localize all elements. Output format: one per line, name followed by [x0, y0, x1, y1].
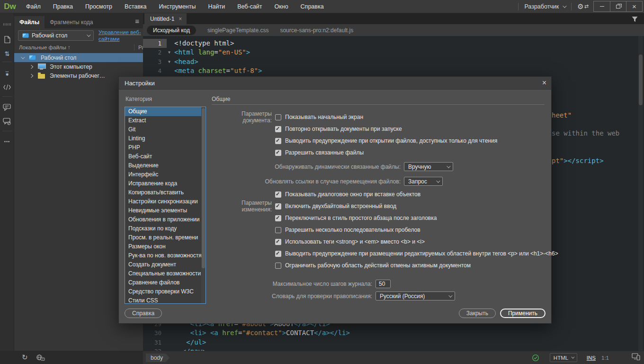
close-dialog-button[interactable]: Закрыть — [459, 309, 496, 318]
category-item-12[interactable]: Обновления в приложении — [125, 215, 206, 224]
help-button[interactable]: Справка — [125, 309, 162, 318]
category-item-8[interactable]: Исправление кода — [125, 179, 206, 188]
menubar-item-4[interactable]: Инструменты — [153, 0, 202, 13]
category-item-7[interactable]: Интерфейс — [125, 170, 206, 179]
menubar-item-3[interactable]: Вставка — [118, 0, 152, 13]
filter-funnel-icon[interactable] — [631, 16, 638, 22]
comment-icon[interactable] — [0, 101, 14, 113]
doc-option-label-3: Разрешить связанные файлы — [285, 149, 364, 156]
code-format-icon[interactable] — [0, 81, 14, 93]
category-item-0[interactable]: Общие — [125, 107, 206, 116]
category-item-17[interactable]: Создать документ — [125, 260, 206, 269]
category-item-10[interactable]: Настройки синхронизации — [125, 197, 206, 206]
category-item-13[interactable]: Подсказки по коду — [125, 224, 206, 233]
category-item-2[interactable]: Git — [125, 125, 206, 134]
category-item-16[interactable]: Рук-ва по нов. возможностя — [125, 251, 206, 260]
category-item-4[interactable]: PHP — [125, 143, 206, 152]
history-steps-input[interactable] — [376, 280, 391, 288]
menubar-divider — [571, 3, 572, 10]
menubar-item-6[interactable]: Веб-сайт — [231, 0, 268, 13]
menubar-item-2[interactable]: Просмотр — [79, 0, 118, 13]
scrollbar-thumb[interactable] — [639, 55, 643, 105]
file-status-globe-icon[interactable] — [36, 354, 45, 363]
more-icon[interactable]: ••• — [0, 136, 14, 148]
category-item-20[interactable]: Средство проверки W3C — [125, 287, 206, 296]
doctype-dropdown[interactable]: HTML — [550, 353, 577, 362]
doc-option-checkbox-1[interactable] — [275, 126, 281, 132]
doc-option-checkbox-0[interactable] — [275, 114, 281, 120]
category-item-3[interactable]: Linting — [125, 134, 206, 143]
manage-sites-link[interactable]: Управление веб-сайтами — [98, 29, 142, 43]
category-item-15[interactable]: Размеры окон — [125, 242, 206, 251]
dialog-titlebar[interactable]: Настройки × — [119, 77, 551, 90]
category-item-11[interactable]: Невидимые элементы — [125, 206, 206, 215]
files-panel-tab-0[interactable]: Файлы — [14, 16, 45, 28]
insert-option-checkbox-0[interactable] — [275, 191, 281, 198]
fold-arrow-icon[interactable]: ▼ — [168, 48, 170, 57]
tag-selector-body[interactable]: body — [146, 354, 170, 362]
update-links-dropdown[interactable]: Запрос — [404, 177, 443, 186]
menubar-item-7[interactable]: Окно — [268, 0, 295, 13]
menubar-item-5[interactable]: Найти — [202, 0, 231, 13]
apply-button[interactable]: Применить — [500, 309, 546, 318]
refresh-icon[interactable]: ↻ — [22, 353, 28, 362]
edit-option-checkbox-5[interactable] — [275, 263, 281, 269]
device-preview-icon[interactable] — [632, 353, 640, 362]
related-file-1[interactable]: singlePageTemplate.css — [207, 27, 268, 34]
tree-row-0[interactable]: Рабочий стол — [14, 53, 143, 62]
updown-icon[interactable]: ⇅ — [0, 47, 14, 60]
scrollbar-thumb[interactable] — [202, 108, 205, 268]
new-file-icon[interactable] — [0, 33, 14, 46]
doc-option-checkbox-2[interactable] — [275, 138, 281, 144]
edit-option-checkbox-0[interactable] — [275, 203, 281, 209]
category-item-18[interactable]: Специальные возможности — [125, 269, 206, 278]
edit-option-label-3: Использовать теги <strong> и <em> вместо… — [285, 238, 425, 245]
category-item-9[interactable]: Копировать/вставить — [125, 188, 206, 197]
category-scrollbar[interactable] — [201, 107, 206, 303]
dialog-close-icon[interactable]: × — [542, 79, 546, 87]
workspace-switcher[interactable]: Разработчик — [524, 3, 565, 10]
tree-row-1[interactable]: Этот компьютер — [14, 62, 143, 71]
edit-option-checkbox-3[interactable] — [275, 239, 281, 245]
document-tabbar: Untitled-1 × — [143, 13, 644, 24]
insert-mode-indicator[interactable]: INS — [587, 355, 596, 361]
menubar-item-1[interactable]: Правка — [47, 0, 79, 13]
related-file-0[interactable]: Исходный код — [147, 26, 196, 35]
code-text: <meta charset="utf-8"> — [174, 66, 262, 75]
edit-option-checkbox-4[interactable] — [275, 251, 281, 257]
doc-option-checkbox-3[interactable] — [275, 150, 281, 156]
chevron-right-icon[interactable] — [29, 73, 33, 77]
editor-scrollbar[interactable] — [638, 36, 643, 351]
column-local-files[interactable]: Локальные файлы ↑ — [19, 45, 71, 50]
restore-button[interactable] — [610, 1, 626, 11]
category-item-19[interactable]: Сравнение файлов — [125, 278, 206, 287]
local-files-label: Локальные файлы — [19, 45, 66, 50]
panel-menu-icon[interactable]: ≡ — [135, 18, 139, 25]
category-item-6[interactable]: Выделение — [125, 161, 206, 170]
minimize-button[interactable] — [594, 1, 610, 11]
close-button[interactable]: × — [626, 1, 642, 11]
workspace-gear-button[interactable]: ⚙⇄ — [577, 2, 589, 11]
category-item-14[interactable]: Просм. в реальн. времени — [125, 233, 206, 242]
category-item-5[interactable]: Веб-сайт — [125, 152, 206, 161]
line-number: 30 — [143, 328, 167, 337]
sort-arrow-icon: ↑ — [68, 45, 71, 50]
menubar-item-0[interactable]: Файл — [20, 0, 47, 13]
fold-arrow-icon[interactable]: ▼ — [168, 57, 170, 66]
menubar-item-8[interactable]: Справка — [295, 0, 330, 13]
extract-icon[interactable]: ↔✱ — [0, 66, 14, 79]
spelling-dictionary-dropdown[interactable]: Русский (Россия) — [376, 291, 455, 300]
document-tab[interactable]: Untitled-1 × — [144, 13, 187, 24]
comment-remove-icon[interactable] — [0, 115, 14, 127]
dynamic-files-dropdown[interactable]: Вручную — [404, 162, 453, 171]
edit-option-checkbox-2[interactable] — [275, 227, 281, 233]
chevron-down-icon[interactable] — [21, 55, 25, 59]
tab-close-icon[interactable]: × — [179, 16, 182, 22]
chevron-right-icon[interactable] — [29, 64, 33, 68]
edit-option-checkbox-1[interactable] — [275, 215, 281, 221]
site-dropdown[interactable]: Рабочий стол — [18, 30, 94, 41]
category-item-1[interactable]: Extract — [125, 116, 206, 125]
category-item-21[interactable]: Стили CSS — [125, 296, 206, 304]
files-panel-tab-1[interactable]: Фрагменты кода — [45, 16, 98, 28]
related-file-2[interactable]: source-sans-pro:n2:default.js — [280, 27, 353, 34]
